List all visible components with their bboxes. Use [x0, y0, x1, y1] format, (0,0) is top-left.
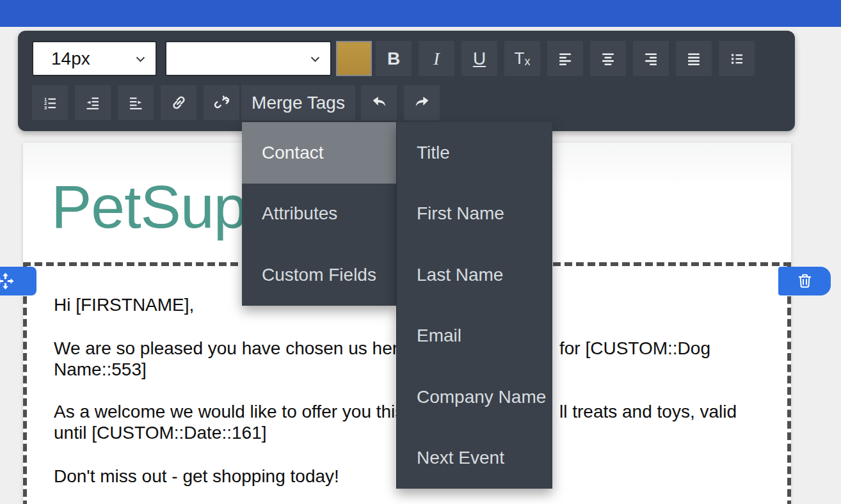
underline-label: U: [473, 49, 486, 69]
menu-item-company-name[interactable]: Company Name: [397, 366, 552, 428]
body-line-para2-wrap[interactable]: until [CUSTOM::Date::161]: [54, 422, 267, 444]
align-right-icon: [643, 51, 659, 67]
clear-formatting-sub: x: [524, 55, 530, 68]
bullet-list-icon: [729, 51, 744, 67]
body-line-para1-wrap[interactable]: Name::553]: [54, 359, 147, 381]
outdent-icon: [85, 95, 100, 111]
align-center-button[interactable]: [590, 41, 626, 76]
email-editor-screen: { "toolbar": { "font_size_value": "14px"…: [0, 0, 841, 504]
italic-label: I: [433, 49, 439, 69]
menu-item-title[interactable]: Title: [397, 122, 552, 184]
font-size-value: 14px: [51, 49, 90, 69]
redo-button[interactable]: [404, 85, 440, 120]
undo-icon: [371, 95, 387, 111]
unlink-icon: [214, 95, 230, 111]
chevron-down-icon: [310, 56, 320, 63]
email-heading[interactable]: PetSup: [51, 175, 247, 239]
menu-item-email[interactable]: Email: [397, 306, 552, 367]
menu-item-custom-fields[interactable]: Custom Fields: [242, 244, 396, 306]
align-left-icon: [557, 51, 573, 67]
underline-button[interactable]: U: [461, 41, 497, 76]
merge-tags-button[interactable]: Merge Tags: [241, 85, 355, 120]
app-header-bar: [0, 0, 841, 27]
italic-button[interactable]: I: [419, 41, 454, 76]
delete-block-button[interactable]: [778, 267, 831, 295]
text-color-swatch-button[interactable]: [336, 41, 372, 76]
chevron-down-icon: [136, 56, 145, 63]
merge-tags-menu: Contact Attributes Custom Fields Title F…: [242, 122, 552, 489]
clear-formatting-label: T: [515, 49, 525, 68]
menu-item-contact[interactable]: Contact: [242, 122, 396, 184]
ordered-list-button[interactable]: 1 2 3: [32, 85, 68, 120]
menu-item-first-name[interactable]: First Name: [397, 184, 552, 245]
align-center-icon: [600, 51, 616, 67]
body-line-greeting[interactable]: Hi [FIRSTNAME],: [54, 294, 194, 316]
font-family-select[interactable]: [165, 41, 332, 76]
justify-icon: [686, 51, 701, 67]
body-line-para2-right[interactable]: ll treats and toys, valid: [559, 401, 737, 423]
menu-item-next-event[interactable]: Next Event: [397, 428, 552, 489]
indent-icon: [128, 95, 143, 111]
svg-text:3: 3: [44, 105, 47, 111]
justify-button[interactable]: [676, 41, 712, 76]
outdent-button[interactable]: [75, 85, 111, 120]
redo-icon: [414, 95, 430, 111]
bold-button[interactable]: B: [376, 41, 412, 76]
align-left-button[interactable]: [547, 41, 583, 76]
block-drag-handle[interactable]: [0, 267, 36, 295]
body-line-para1-right[interactable]: for [CUSTOM::Dog: [559, 338, 710, 359]
menu-item-last-name[interactable]: Last Name: [397, 244, 552, 306]
link-button[interactable]: [161, 85, 196, 120]
align-right-button[interactable]: [633, 41, 669, 76]
merge-menu-fields: Title First Name Last Name Email Company…: [396, 122, 552, 489]
merge-tags-label: Merge Tags: [252, 93, 345, 113]
ordered-list-icon: 1 2 3: [42, 95, 58, 111]
menu-item-attributes[interactable]: Attributes: [242, 184, 396, 245]
font-size-select[interactable]: 14px: [32, 41, 157, 76]
merge-menu-categories: Contact Attributes Custom Fields: [242, 122, 396, 306]
undo-button[interactable]: [361, 85, 397, 120]
clear-formatting-button[interactable]: Tx: [504, 41, 540, 76]
richtext-toolbar: 14px B I U Tx: [18, 31, 795, 131]
unlink-button[interactable]: [204, 85, 239, 120]
link-icon: [171, 95, 187, 111]
bold-label: B: [387, 49, 400, 69]
bullet-list-button[interactable]: [719, 41, 755, 76]
indent-button[interactable]: [118, 85, 154, 120]
